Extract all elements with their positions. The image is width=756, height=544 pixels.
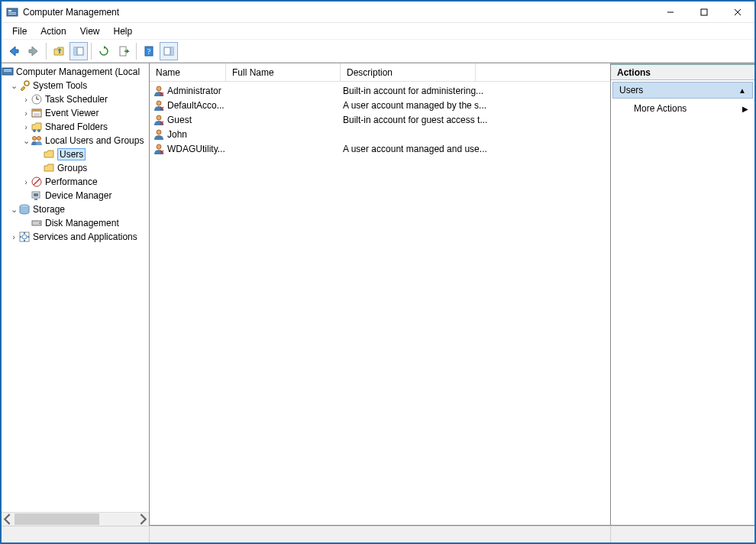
- scroll-left-button[interactable]: [2, 513, 15, 526]
- app-icon: [6, 6, 18, 18]
- column-description[interactable]: Description: [341, 63, 476, 81]
- list-body[interactable]: Administrator Built-in account for admin…: [150, 82, 610, 525]
- computer-icon: [2, 66, 14, 78]
- help-button[interactable]: ?: [140, 42, 158, 60]
- refresh-button[interactable]: [95, 42, 113, 60]
- svg-point-31: [37, 137, 41, 141]
- tree[interactable]: Computer Management (Local ⌄ System Tool…: [2, 63, 149, 512]
- column-name[interactable]: Name: [150, 63, 226, 81]
- tree-system-tools[interactable]: ⌄ System Tools: [2, 79, 149, 92]
- scroll-track[interactable]: [15, 513, 136, 526]
- menubar: File Action View Help: [2, 23, 754, 40]
- expand-icon[interactable]: ›: [9, 232, 18, 241]
- tree-label: Task Scheduler: [45, 94, 108, 105]
- tree-device-manager[interactable]: Device Manager: [2, 189, 149, 202]
- maximize-button[interactable]: [687, 2, 721, 23]
- list-header: Name Full Name Description: [150, 63, 610, 82]
- device-manager-icon: [31, 189, 43, 202]
- cell-description: Built-in account for administering...: [343, 86, 503, 96]
- tree-task-scheduler[interactable]: › Task Scheduler: [2, 92, 149, 106]
- tree-pane: Computer Management (Local ⌄ System Tool…: [2, 63, 150, 526]
- user-icon: [153, 85, 165, 97]
- window-title: Computer Management: [23, 7, 119, 18]
- collapse-icon[interactable]: ⌄: [21, 136, 31, 146]
- tree-services-apps[interactable]: › Services and Applications: [2, 230, 149, 244]
- close-button[interactable]: [721, 2, 754, 23]
- menu-help[interactable]: Help: [108, 24, 139, 38]
- event-viewer-icon: [31, 107, 43, 119]
- actions-more-actions[interactable]: More Actions ▶: [611, 100, 754, 117]
- tree-label: Services and Applications: [33, 232, 137, 242]
- collapse-icon[interactable]: ⌄: [9, 205, 18, 215]
- show-hide-action-pane-button[interactable]: [160, 42, 178, 60]
- actions-section-users[interactable]: Users ▲: [612, 82, 753, 99]
- export-list-button[interactable]: [115, 42, 133, 60]
- tree-label: Device Manager: [45, 190, 111, 201]
- expand-icon[interactable]: ›: [21, 95, 31, 104]
- svg-rect-15: [170, 47, 173, 55]
- actions-item-label: More Actions: [634, 103, 687, 114]
- folder-icon: [43, 148, 55, 160]
- up-folder-button[interactable]: [50, 42, 68, 60]
- disk-icon: [31, 217, 43, 229]
- performance-icon: [31, 176, 43, 188]
- svg-rect-1: [8, 10, 11, 11]
- tree-label: System Tools: [33, 80, 87, 91]
- menu-view[interactable]: View: [74, 24, 106, 38]
- tree-storage[interactable]: ⌄ Storage: [2, 202, 149, 216]
- expand-icon[interactable]: ›: [21, 177, 31, 186]
- list-row[interactable]: Guest Built-in account for guest access …: [150, 112, 610, 127]
- tree-disk-management[interactable]: Disk Management: [2, 216, 149, 230]
- tree-label: Storage: [33, 204, 65, 215]
- svg-rect-35: [34, 193, 38, 196]
- list-row[interactable]: DefaultAcco... A user account managed by…: [150, 98, 610, 112]
- svg-point-39: [39, 222, 40, 224]
- tree-label: Computer Management (Local: [16, 66, 140, 77]
- menu-action[interactable]: Action: [34, 24, 72, 38]
- actions-pane: Actions Users ▲ More Actions ▶: [611, 63, 754, 526]
- tree-groups[interactable]: Groups: [2, 161, 149, 175]
- list-row[interactable]: Administrator Built-in account for admin…: [150, 83, 610, 98]
- svg-text:?: ?: [147, 47, 151, 56]
- column-spacer: [476, 63, 610, 81]
- column-fullname[interactable]: Full Name: [226, 63, 341, 81]
- svg-rect-18: [4, 70, 11, 70]
- cell-name: Administrator: [167, 86, 228, 96]
- scroll-right-button[interactable]: [136, 513, 149, 526]
- tree-label: Event Viewer: [45, 108, 99, 118]
- svg-rect-42: [24, 232, 25, 234]
- expand-icon[interactable]: ›: [21, 122, 31, 131]
- svg-rect-3: [8, 14, 16, 15]
- tree-h-scrollbar[interactable]: [2, 512, 149, 525]
- forward-button[interactable]: [24, 42, 43, 60]
- tree-event-viewer[interactable]: › Event Viewer: [2, 106, 149, 120]
- actions-section-label: Users: [619, 85, 643, 96]
- expand-icon[interactable]: ›: [21, 108, 31, 118]
- collapse-icon[interactable]: ⌄: [9, 81, 18, 91]
- collapse-icon: ▲: [738, 86, 746, 95]
- services-icon: [18, 231, 31, 243]
- main-area: Computer Management (Local ⌄ System Tool…: [2, 63, 754, 526]
- tree-label: Shared Folders: [45, 121, 108, 132]
- storage-icon: [18, 203, 31, 215]
- tree-shared-folders[interactable]: › Shared Folders: [2, 120, 149, 134]
- back-button[interactable]: [5, 42, 23, 60]
- tree-root[interactable]: Computer Management (Local: [2, 65, 149, 79]
- svg-rect-44: [20, 236, 21, 238]
- cell-name: John: [167, 129, 228, 140]
- tree-local-users-groups[interactable]: ⌄ Local Users and Groups: [2, 134, 149, 147]
- svg-rect-2: [8, 12, 16, 13]
- svg-point-28: [33, 129, 36, 132]
- user-icon: [153, 114, 165, 126]
- minimize-button[interactable]: [654, 2, 687, 23]
- list-row[interactable]: John: [150, 127, 610, 141]
- list-pane: Name Full Name Description Administrator…: [150, 63, 611, 526]
- menu-file[interactable]: File: [6, 24, 33, 38]
- show-hide-tree-button[interactable]: [69, 42, 88, 60]
- tree-performance[interactable]: › Performance: [2, 175, 149, 189]
- tree-users[interactable]: Users: [2, 147, 149, 161]
- list-row[interactable]: WDAGUtility... A user account managed an…: [150, 141, 610, 156]
- cell-name: WDAGUtility...: [167, 144, 228, 154]
- user-icon: [153, 143, 165, 155]
- scroll-thumb[interactable]: [15, 513, 99, 525]
